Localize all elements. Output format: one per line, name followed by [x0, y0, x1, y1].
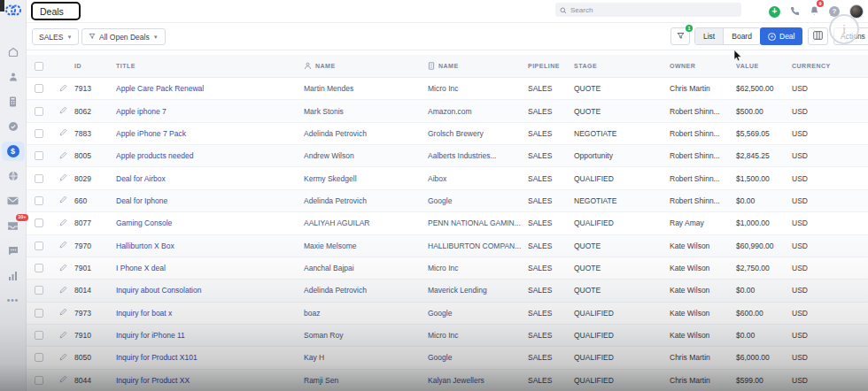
col-contact-name[interactable]: NAME — [304, 62, 428, 71]
row-checkbox[interactable] — [35, 107, 43, 116]
table-row[interactable]: 7970 Halliburton X Box Maxie Melsome HAL… — [27, 235, 868, 257]
cell-company-name[interactable]: Google — [428, 309, 528, 318]
cell-contact-name[interactable]: Adelinda Petrovich — [304, 196, 428, 205]
table-row[interactable]: 7901 I Phone X deal Aanchal Bajpai Micro… — [27, 257, 868, 280]
quick-add-icon[interactable]: + — [769, 6, 780, 18]
edit-pencil-icon[interactable] — [59, 106, 67, 116]
col-owner[interactable]: OWNER — [670, 63, 736, 69]
row-checkbox[interactable] — [35, 174, 43, 183]
cell-title-link[interactable]: Deal for Iphone — [116, 196, 304, 205]
cell-title-link[interactable]: Apple iphone 7 — [116, 107, 304, 116]
sidebar-item-email[interactable] — [0, 188, 27, 213]
edit-pencil-icon[interactable] — [59, 151, 67, 161]
cell-company-name[interactable]: Aalberts Industries... — [428, 151, 528, 160]
table-row[interactable]: 660 Deal for Iphone Adelinda Petrovich G… — [27, 190, 868, 212]
edit-pencil-icon[interactable] — [59, 308, 67, 318]
cell-company-name[interactable]: Aibox — [428, 174, 528, 183]
global-search[interactable] — [555, 3, 741, 17]
cell-company-name[interactable]: PENN NATIONAL GAMIN... — [428, 218, 528, 227]
cell-company-name[interactable]: Kalyan Jewellers — [428, 376, 528, 385]
row-checkbox[interactable] — [35, 84, 43, 93]
cell-company-name[interactable]: Google — [428, 196, 528, 205]
sidebar-item-deals[interactable]: $ — [0, 139, 27, 164]
col-pipeline[interactable]: PIPELINE — [528, 63, 574, 69]
cell-contact-name[interactable]: Adelinda Petrovich — [304, 286, 428, 295]
cell-title-link[interactable]: Inquiry for iPhone 11 — [116, 331, 304, 340]
sidebar-item-inbox[interactable]: 10+ — [0, 213, 27, 238]
cell-company-name[interactable]: Maverick Lending — [428, 286, 528, 295]
cell-company-name[interactable]: HALLIBURTON COMPAN... — [428, 242, 528, 250]
table-row[interactable]: 7883 Apple iPhone 7 Pack Adelinda Petrov… — [27, 123, 868, 145]
edit-pencil-icon[interactable] — [59, 173, 67, 183]
cell-contact-name[interactable]: Adelinda Petrovich — [304, 129, 428, 138]
row-checkbox[interactable] — [35, 376, 43, 385]
cell-contact-name[interactable]: Kermy Skedgell — [304, 174, 428, 183]
cell-company-name[interactable]: Grolsch Brewery — [428, 129, 528, 138]
cell-contact-name[interactable]: Mark Stonis — [304, 107, 428, 116]
edit-pencil-icon[interactable] — [59, 84, 67, 94]
row-checkbox[interactable] — [35, 264, 43, 272]
col-stage[interactable]: STAGE — [574, 63, 670, 69]
cell-title-link[interactable]: Deal for Airbox — [116, 174, 304, 183]
phone-icon[interactable] — [790, 4, 800, 19]
sidebar-item-companies[interactable] — [0, 89, 27, 114]
row-checkbox[interactable] — [35, 242, 43, 250]
row-checkbox[interactable] — [35, 218, 43, 227]
table-row[interactable]: 8044 Inquiry for Product XX Ramji Sen Ka… — [27, 370, 868, 391]
app-logo[interactable] — [4, 4, 22, 20]
edit-pencil-icon[interactable] — [59, 196, 67, 205]
cell-title-link[interactable]: Apple Care Pack Renewal — [116, 84, 304, 93]
table-row[interactable]: 8062 Apple iphone 7 Mark Stonis Amazon.c… — [27, 100, 868, 122]
row-checkbox[interactable] — [35, 129, 43, 138]
cell-contact-name[interactable]: Kay H — [304, 353, 428, 362]
cell-company-name[interactable]: Google — [428, 353, 528, 362]
edit-pencil-icon[interactable] — [59, 331, 67, 341]
col-value[interactable]: VALUE — [736, 63, 792, 69]
cell-title-link[interactable]: Apple products needed — [116, 151, 304, 160]
row-checkbox[interactable] — [35, 151, 43, 160]
edit-pencil-icon[interactable] — [59, 375, 67, 385]
cell-contact-name[interactable]: AALIYAH AGUILAR — [304, 218, 428, 227]
table-row[interactable]: 8077 Gaming Console AALIYAH AGUILAR PENN… — [27, 212, 868, 234]
row-checkbox[interactable] — [35, 353, 43, 362]
edit-pencil-icon[interactable] — [59, 218, 67, 228]
cell-title-link[interactable]: Gaming Console — [116, 218, 304, 227]
cell-title-link[interactable]: Inquiry for Product XX — [116, 376, 304, 385]
edit-pencil-icon[interactable] — [59, 128, 67, 138]
cell-company-name[interactable]: Amazon.com — [428, 107, 528, 116]
row-checkbox[interactable] — [35, 196, 43, 205]
cell-contact-name[interactable]: Ramji Sen — [304, 376, 428, 385]
list-view-button[interactable]: List — [695, 28, 723, 44]
row-checkbox[interactable] — [35, 286, 43, 295]
cell-title-link[interactable]: I Phone X deal — [116, 264, 304, 272]
sidebar-item-contacts[interactable] — [0, 65, 27, 89]
cell-contact-name[interactable]: Martin Mendes — [304, 84, 428, 93]
cell-company-name[interactable]: Micro Inc — [428, 264, 528, 272]
cell-contact-name[interactable]: boaz — [304, 309, 428, 318]
table-row[interactable]: 7973 Inquiry for boat x boaz Google SALE… — [27, 303, 868, 325]
table-row[interactable]: 8029 Deal for Airbox Kermy Skedgell Aibo… — [27, 167, 868, 189]
table-row[interactable]: 7910 Inquiry for iPhone 11 Soman Roy Mic… — [27, 325, 868, 347]
cell-title-link[interactable]: Halliburton X Box — [116, 242, 304, 250]
sidebar-item-more[interactable]: ••• — [0, 288, 27, 312]
configure-columns-button[interactable] — [808, 27, 828, 45]
col-currency[interactable]: CURRENCY — [792, 63, 868, 69]
filter-button[interactable]: 1 — [670, 27, 690, 45]
cell-contact-name[interactable]: Andrew Wilson — [304, 151, 428, 160]
col-id[interactable]: ID — [74, 63, 116, 69]
col-title[interactable]: TITLE — [116, 63, 304, 69]
pipeline-select[interactable]: SALES ▼ — [32, 28, 79, 45]
cell-title-link[interactable]: Inquiry for boat x — [116, 309, 304, 318]
cell-contact-name[interactable]: Maxie Melsome — [304, 242, 428, 250]
add-deal-button[interactable]: + Deal — [760, 27, 802, 45]
sidebar-item-tasks[interactable] — [0, 114, 27, 139]
edit-pencil-icon[interactable] — [59, 286, 67, 295]
sidebar-item-web[interactable] — [0, 164, 27, 188]
cell-title-link[interactable]: Inquiry about Consolation — [116, 286, 304, 295]
edit-pencil-icon[interactable] — [59, 241, 67, 250]
cell-title-link[interactable]: Apple iPhone 7 Pack — [116, 129, 304, 138]
table-row[interactable]: 8014 Inquiry about Consolation Adelinda … — [27, 280, 868, 302]
board-view-button[interactable]: Board — [723, 28, 760, 44]
row-checkbox[interactable] — [35, 331, 43, 340]
select-all-checkbox[interactable] — [35, 62, 43, 71]
